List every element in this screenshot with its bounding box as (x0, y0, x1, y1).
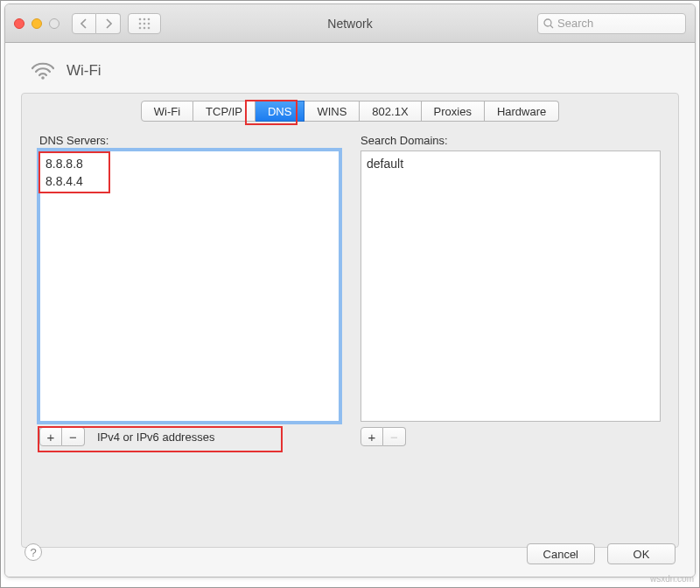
svg-point-6 (139, 26, 142, 29)
tab-tcpip[interactable]: TCP/IP (193, 101, 256, 122)
remove-dns-button[interactable]: − (62, 427, 85, 446)
tab-proxies[interactable]: Proxies (422, 101, 485, 122)
minus-icon: − (390, 430, 398, 444)
list-item[interactable]: 8.8.8.8 (46, 155, 333, 172)
search-domains-list[interactable]: default (360, 150, 661, 422)
svg-point-8 (148, 26, 150, 29)
wifi-icon (30, 59, 56, 82)
show-all-button[interactable] (128, 13, 161, 34)
remove-domain-button[interactable]: − (383, 427, 406, 446)
tab-wifi[interactable]: Wi-Fi (141, 101, 193, 122)
forward-button[interactable] (96, 13, 121, 34)
ok-button[interactable]: OK (607, 543, 676, 564)
search-domains-section: Search Domains: default + − (360, 134, 661, 446)
plus-icon: + (368, 430, 376, 444)
chevron-left-icon (80, 18, 88, 29)
svg-point-0 (139, 18, 142, 20)
minimize-button[interactable] (32, 18, 42, 29)
cancel-button[interactable]: Cancel (527, 543, 595, 564)
tab-8021x[interactable]: 802.1X (360, 101, 421, 122)
svg-point-9 (544, 19, 551, 26)
tab-hardware[interactable]: Hardware (485, 101, 559, 122)
dns-servers-list[interactable]: 8.8.8.8 8.8.4.4 (39, 150, 340, 422)
search-placeholder: Search (557, 17, 593, 30)
page-title: Wi-Fi (66, 62, 102, 80)
list-item[interactable]: 8.8.4.4 (46, 172, 333, 190)
search-field[interactable]: Search (537, 13, 686, 34)
tab-dns[interactable]: DNS (256, 101, 304, 122)
tab-wins[interactable]: WINS (304, 101, 360, 122)
tabs: Wi-Fi TCP/IP DNS WINS 802.1X Proxies Har… (39, 101, 661, 122)
window-title: Network (327, 17, 372, 31)
close-button[interactable] (14, 18, 24, 29)
svg-point-3 (139, 22, 142, 24)
search-domains-label: Search Domains: (360, 134, 661, 147)
maximize-button[interactable] (49, 18, 60, 29)
svg-point-5 (148, 22, 150, 24)
search-icon (543, 18, 554, 29)
dns-servers-section: DNS Servers: 8.8.8.8 8.8.4.4 + − IPv4 or… (39, 134, 340, 446)
watermark: wsxdn.com (650, 574, 694, 584)
svg-line-10 (550, 25, 553, 28)
window-controls (14, 18, 60, 29)
toolbar: Network Search (5, 4, 695, 43)
svg-point-2 (148, 18, 150, 20)
add-domain-button[interactable]: + (360, 427, 383, 446)
chevron-right-icon (105, 18, 112, 29)
back-button[interactable] (72, 13, 96, 34)
svg-point-11 (41, 76, 45, 80)
svg-point-4 (144, 22, 146, 24)
question-icon: ? (30, 546, 36, 559)
help-button[interactable]: ? (24, 543, 42, 561)
plus-icon: + (47, 430, 55, 444)
dns-servers-label: DNS Servers: (39, 134, 340, 147)
minus-icon: − (69, 430, 77, 444)
svg-point-7 (144, 26, 146, 29)
dns-hint: IPv4 or IPv6 addresses (97, 430, 214, 444)
grid-icon (138, 18, 150, 30)
list-item[interactable]: default (367, 155, 654, 172)
svg-point-1 (144, 18, 146, 20)
network-preferences-window: Network Search Wi-Fi Wi-Fi TCP/IP (4, 4, 696, 578)
add-dns-button[interactable]: + (39, 427, 62, 446)
settings-panel: Wi-Fi TCP/IP DNS WINS 802.1X Proxies Har… (21, 93, 679, 548)
